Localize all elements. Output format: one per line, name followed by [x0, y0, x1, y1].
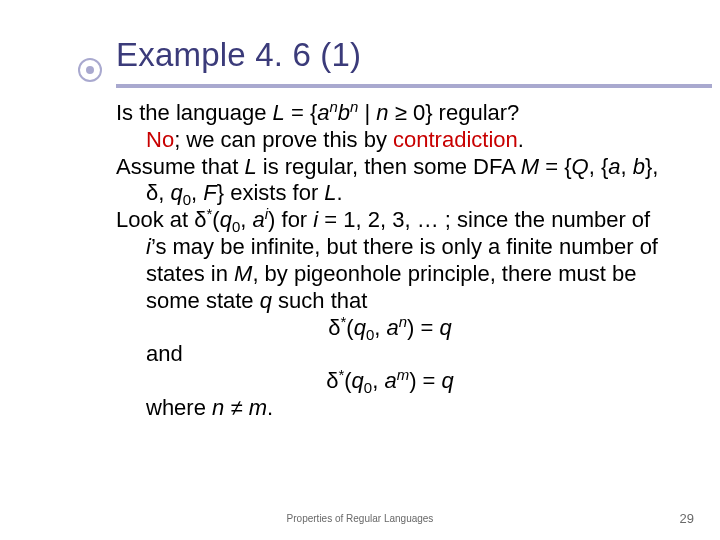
footer-text: Properties of Regular Languages [0, 513, 720, 524]
line-and: and [116, 341, 664, 368]
line-assume: Assume that L is regular, then some DFA … [116, 154, 664, 208]
equation-2: δ*(q0, am) = q [116, 368, 664, 395]
svg-point-1 [86, 66, 94, 74]
slide-title: Example 4. 6 (1) [60, 36, 672, 74]
title-bullet-icon [78, 58, 102, 82]
line-answer: No; we can prove this by contradiction. [116, 127, 664, 154]
slide: Example 4. 6 (1) Is the language L = {an… [0, 0, 720, 540]
title-rule [116, 84, 712, 88]
line-lookat: Look at δ*(q0, ai) for i = 1, 2, 3, … ; … [116, 207, 664, 314]
equation-1: δ*(q0, an) = q [116, 315, 664, 342]
line-question: Is the language L = {anbn | n ≥ 0} regul… [116, 100, 664, 127]
line-where: where n ≠ m. [116, 395, 664, 422]
slide-body: Is the language L = {anbn | n ≥ 0} regul… [60, 100, 664, 422]
page-number: 29 [680, 511, 694, 526]
